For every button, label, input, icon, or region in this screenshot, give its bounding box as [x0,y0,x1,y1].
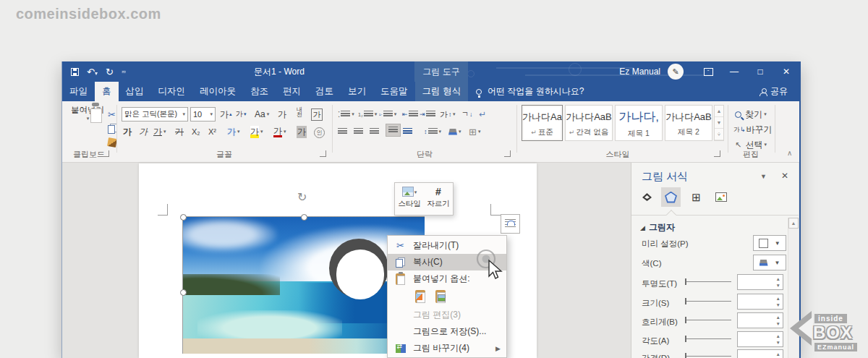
size-slider[interactable] [685,298,733,305]
tab-mailings[interactable]: 편지 [276,82,308,101]
transparency-input[interactable]: ▲▼ [737,274,783,290]
selection-handle-middle-left[interactable] [180,289,187,296]
shadow-color-button[interactable]: ▼ [753,255,786,270]
asian-layout-button[interactable]: 가↕▾ [440,108,456,121]
account-avatar[interactable]: ✎ [668,64,684,80]
shrink-font-button[interactable]: 가▾ [236,108,247,121]
share-button[interactable]: 공유 [760,82,788,101]
font-size-dropdown-icon[interactable]: ▾ [210,111,213,117]
angle-slider[interactable] [685,336,733,343]
bullets-button[interactable]: ⁚▾ [338,108,354,121]
font-color-button[interactable]: 가▾ [273,125,286,138]
show-marks-button[interactable]: ↵ [479,108,486,121]
rotate-handle-icon[interactable]: ↻ [297,190,307,204]
paste-keep-formatting-icon[interactable] [413,289,428,304]
change-case-button[interactable]: Aa▾ [255,108,269,121]
tab-layout[interactable]: 레이아웃 [192,82,243,101]
tab-picture-format[interactable]: 그림 형식 [415,82,468,101]
align-left-button[interactable] [338,125,347,138]
subscript-button[interactable]: X₂ [192,125,200,138]
tab-help[interactable]: 도움말 [373,82,415,101]
transparency-slider[interactable] [685,278,733,286]
minimize-button[interactable]: — [721,61,747,82]
redo-icon[interactable]: ↻ [106,67,114,77]
decrease-indent-button[interactable]: ⇤ [402,108,418,121]
enclose-characters-button[interactable]: 인 [314,126,325,139]
tab-design[interactable]: 디자인 [151,82,193,101]
blur-input[interactable]: ▲▼ [737,312,783,328]
shadow-preset-button[interactable]: ▼ [753,235,786,251]
tab-home[interactable]: 홈 [95,82,119,101]
distance-input[interactable]: ▲▼ [737,349,783,358]
styles-scroll-up-icon[interactable]: ▲ [715,106,723,117]
selection-handle-top-left[interactable] [180,214,187,221]
paragraph-dialog-launcher-icon[interactable] [504,150,511,157]
account-name[interactable]: Ez Manual [619,67,660,77]
borders-button[interactable]: ⊞▾ [469,125,480,138]
shadow-section-header[interactable]: ◢ 그림자 [640,221,675,234]
line-spacing-button[interactable]: ↕▾ [424,125,441,138]
pane-tab-size[interactable]: ⊞ [686,187,706,207]
increase-indent-button[interactable]: ⇥ [420,108,435,121]
tab-review[interactable]: 검토 [308,82,341,101]
align-center-button[interactable] [354,125,363,138]
character-border-button[interactable]: 가 [311,108,323,121]
layout-options-button[interactable] [501,214,520,234]
grow-font-button[interactable]: 가▴ [220,108,232,121]
undo-icon[interactable]: ↶▾ [87,67,98,77]
save-icon[interactable] [71,68,79,76]
phonetic-guide-button[interactable]: 내천 [295,106,304,119]
clipboard-dialog-launcher-icon[interactable] [103,150,109,157]
replace-button[interactable]: 가↳바꾸기 [733,123,773,136]
distance-slider[interactable] [685,353,733,358]
styles-gallery-scroll[interactable]: ▲ ▼ ⩒ [714,105,724,141]
selection-handle-top-center[interactable] [301,214,307,221]
pane-close-icon[interactable]: ✕ [781,171,788,181]
pane-tab-picture[interactable] [711,187,731,207]
paste-as-picture-icon[interactable] [433,289,448,304]
numbering-button[interactable]: 1₂▾ [358,108,377,121]
distribute-button[interactable] [403,125,412,138]
format-painter-button[interactable] [108,136,116,149]
pane-tab-fill[interactable] [637,187,657,207]
size-input[interactable]: ▲▼ [737,294,783,310]
multilevel-list-button[interactable]: ¹·▾ [379,108,396,121]
font-size-combobox[interactable]: 10 ▾ [190,107,216,122]
character-shading-button[interactable]: 가 [297,125,307,138]
text-effects-button[interactable]: 가▾ [227,125,240,138]
style-normal[interactable]: 가나다AaB ↵표준 [522,105,563,141]
style-heading2[interactable]: 가나다AaB 제목 2 [665,105,712,141]
picture-styles-button[interactable]: ▾ 스타일 [395,183,424,215]
styles-scroll-down-icon[interactable]: ▼ [715,117,723,129]
tab-file[interactable]: 파일 [62,82,95,101]
scroll-up-icon[interactable]: ▲ [788,218,799,229]
styles-dialog-launcher-icon[interactable] [714,150,720,157]
tab-insert[interactable]: 삽입 [119,82,151,101]
cut-button[interactable]: ✂ [108,108,116,121]
find-button[interactable]: 찾기▾ [735,108,767,121]
customize-qat-icon[interactable]: ≂ [122,69,127,75]
underline-button[interactable]: 가▾ [153,125,166,138]
styles-more-icon[interactable]: ⩒ [715,129,723,140]
menu-item-change-picture[interactable]: 그림 바꾸기(4) ▶ [388,340,506,357]
angle-input[interactable]: ▲▼ [737,331,783,347]
strikethrough-button[interactable]: 가 [175,125,184,138]
style-heading1[interactable]: 가나다, 제목 1 [615,105,663,141]
font-dialog-launcher-icon[interactable] [320,150,326,157]
bold-button[interactable]: 가 [123,125,132,138]
paste-button[interactable]: 붙여넣기 ▾ [69,105,106,148]
italic-button[interactable]: 가 [139,125,148,138]
shading-button[interactable]: ▾ [448,125,461,138]
justify-button[interactable] [386,124,401,137]
tab-view[interactable]: 보기 [341,82,373,101]
pane-dropdown-icon[interactable]: ▼ [760,173,767,180]
restore-button[interactable]: □ [747,61,773,82]
tell-me-search[interactable]: 어떤 작업을 원하시나요? [476,82,584,101]
pane-tab-effects[interactable] [661,187,681,207]
tab-references[interactable]: 참조 [243,82,276,101]
close-button[interactable]: ✕ [773,61,799,82]
font-family-combobox[interactable]: 맑은 고딕(본문) ▾ [122,107,188,122]
blur-slider[interactable] [685,317,733,324]
text-highlight-button[interactable]: 가▾ [250,125,263,138]
ribbon-display-options-button[interactable]: ˆ [695,61,721,82]
